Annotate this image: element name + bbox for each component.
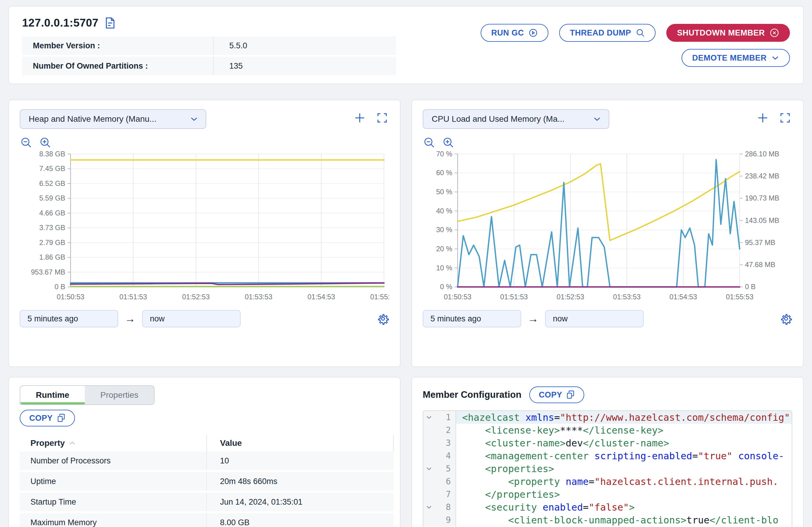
svg-text:1.86 GB: 1.86 GB <box>39 253 65 261</box>
chevron-down-icon <box>190 116 198 122</box>
svg-text:01:54:53: 01:54:53 <box>670 293 697 301</box>
code-line: 9 <client-block-unmapped-actions>true</c… <box>423 514 792 526</box>
editor-gutter[interactable]: 5 <box>423 462 456 475</box>
svg-text:20 %: 20 % <box>436 245 452 253</box>
time-from-input[interactable] <box>423 310 521 327</box>
add-chart-icon[interactable] <box>757 112 768 123</box>
svg-text:01:50:53: 01:50:53 <box>444 293 472 301</box>
svg-text:0 B: 0 B <box>55 282 66 291</box>
copy-icon <box>57 414 66 423</box>
zoom-in-icon[interactable] <box>40 137 51 149</box>
demote-member-button[interactable]: DEMOTE MEMBER <box>682 49 790 67</box>
add-chart-icon[interactable] <box>354 112 365 123</box>
close-circle-icon <box>770 28 779 38</box>
svg-text:01:55:53: 01:55:53 <box>726 293 753 301</box>
svg-text:01:51:53: 01:51:53 <box>500 293 528 301</box>
config-xml-editor[interactable]: 1<hazelcast xmlns="http://www.hazelcast.… <box>423 410 792 527</box>
svg-text:0 B: 0 B <box>745 282 756 291</box>
time-to-input[interactable] <box>545 310 643 327</box>
svg-text:70 %: 70 % <box>436 150 452 158</box>
svg-text:01:54:53: 01:54:53 <box>307 293 335 301</box>
demote-member-label: DEMOTE MEMBER <box>692 54 767 63</box>
cpu-memory-chart-card: CPU Load and Used Memory (Ma... <box>411 100 804 367</box>
line-number: 3 <box>435 438 455 448</box>
svg-text:01:51:53: 01:51:53 <box>119 293 147 301</box>
svg-text:47.68 MB: 47.68 MB <box>745 261 775 268</box>
line-number: 5 <box>435 464 455 473</box>
code-line: 1<hazelcast xmlns="http://www.hazelcast.… <box>423 411 792 424</box>
svg-text:95.37 MB: 95.37 MB <box>745 238 775 247</box>
member-configuration-card: Member Configuration COPY 1<hazelcast xm… <box>411 377 804 527</box>
time-to-input[interactable] <box>142 310 241 327</box>
code-line: 3 <cluster-name>dev</cluster-name> <box>423 437 792 450</box>
code-text: <security enabled="false"> <box>456 501 792 514</box>
column-header-property[interactable]: Property <box>20 435 206 452</box>
value-cell: 20m 48s 660ms <box>206 472 394 491</box>
svg-text:01:55:53: 01:55:53 <box>370 293 389 301</box>
run-gc-button[interactable]: RUN GC <box>481 24 549 42</box>
tab-runtime-label: Runtime <box>36 390 69 400</box>
arrow-right-icon: → <box>125 312 135 325</box>
zoom-out-icon[interactable] <box>423 137 435 149</box>
fullscreen-icon[interactable] <box>377 113 388 123</box>
editor-gutter[interactable]: 6 <box>423 475 456 488</box>
shutdown-member-button[interactable]: SHUTDOWN MEMBER <box>666 24 790 42</box>
chart-settings-gear-icon[interactable] <box>780 312 792 325</box>
member-config-doc-icon[interactable] <box>105 17 115 29</box>
svg-text:5.59 GB: 5.59 GB <box>39 194 65 202</box>
code-text: <client-block-unmapped-actions>true</cli… <box>456 514 792 526</box>
zoom-in-icon[interactable] <box>443 137 454 149</box>
property-cell: Maximum Memory <box>20 518 206 527</box>
zoom-out-icon[interactable] <box>20 137 32 149</box>
info-value: 135 <box>213 57 396 75</box>
copy-runtime-button[interactable]: COPY <box>20 410 75 426</box>
code-line: 4 <management-center scripting-enabled="… <box>423 450 792 462</box>
tab-properties-label: Properties <box>100 390 139 400</box>
fold-chevron-icon[interactable] <box>423 467 435 471</box>
heap-memory-chart[interactable]: 0 B953.67 MB1.86 GB2.79 GB3.73 GB4.66 GB… <box>20 150 389 304</box>
fold-chevron-icon[interactable] <box>423 506 435 509</box>
code-text: <property name="hazelcast.client.interna… <box>456 475 792 488</box>
cpu-memory-chart[interactable]: 0 %10 %20 %30 %40 %50 %60 %70 %0 B47.68 … <box>423 150 792 304</box>
member-detail-page: 127.0.0.1:5707 Member Version : 5.5.0 Nu… <box>0 6 812 527</box>
code-text: </properties> <box>456 488 792 501</box>
chart-settings-gear-icon[interactable] <box>377 312 389 325</box>
tab-runtime[interactable]: Runtime <box>20 386 85 404</box>
svg-text:8.38 GB: 8.38 GB <box>39 150 65 158</box>
copy-icon <box>566 390 575 399</box>
value-cell: 8.00 GB <box>206 513 394 527</box>
copy-config-button[interactable]: COPY <box>529 386 584 403</box>
svg-text:01:53:53: 01:53:53 <box>245 293 272 301</box>
cpu-metric-select[interactable]: CPU Load and Used Memory (Ma... <box>423 109 609 129</box>
run-gc-label: RUN GC <box>491 28 524 38</box>
copy-label: COPY <box>29 414 53 423</box>
code-line: 5 <properties> <box>423 462 792 475</box>
member-info-table: Member Version : 5.5.0 Number Of Owned P… <box>22 36 396 75</box>
editor-gutter[interactable]: 3 <box>423 437 456 450</box>
editor-gutter[interactable]: 8 <box>423 501 456 514</box>
page-title: 127.0.0.1:5707 <box>22 17 99 29</box>
cpu-metric-select-label: CPU Load and Used Memory (Ma... <box>432 114 565 124</box>
svg-text:286.10 MB: 286.10 MB <box>745 150 780 158</box>
editor-gutter[interactable]: 7 <box>423 488 456 501</box>
time-from-input[interactable] <box>20 310 118 327</box>
table-row: Uptime20m 48s 660ms <box>20 472 394 491</box>
fullscreen-icon[interactable] <box>780 113 791 123</box>
heap-metric-select[interactable]: Heap and Native Memory (Manu... <box>20 109 206 129</box>
thread-dump-button[interactable]: THREAD DUMP <box>559 24 656 42</box>
runtime-table: Property Value Number of Processors10Upt… <box>20 435 394 527</box>
editor-gutter[interactable]: 4 <box>423 450 456 462</box>
info-label: Number Of Owned Partitions : <box>22 61 213 71</box>
svg-text:30 %: 30 % <box>436 225 452 234</box>
column-header-value[interactable]: Value <box>206 435 394 452</box>
table-row: Maximum Memory8.00 GB <box>20 513 394 527</box>
code-line: 2 <license-key>****</license-key> <box>423 424 792 437</box>
code-text: <cluster-name>dev</cluster-name> <box>456 437 792 450</box>
editor-gutter[interactable]: 9 <box>423 514 456 526</box>
code-text: <management-center scripting-enabled="tr… <box>456 450 792 462</box>
tab-properties[interactable]: Properties <box>85 386 154 404</box>
fold-chevron-icon[interactable] <box>423 416 435 419</box>
editor-gutter[interactable]: 2 <box>423 424 456 437</box>
editor-gutter[interactable]: 1 <box>423 411 456 424</box>
sort-caret-icon <box>69 441 75 445</box>
